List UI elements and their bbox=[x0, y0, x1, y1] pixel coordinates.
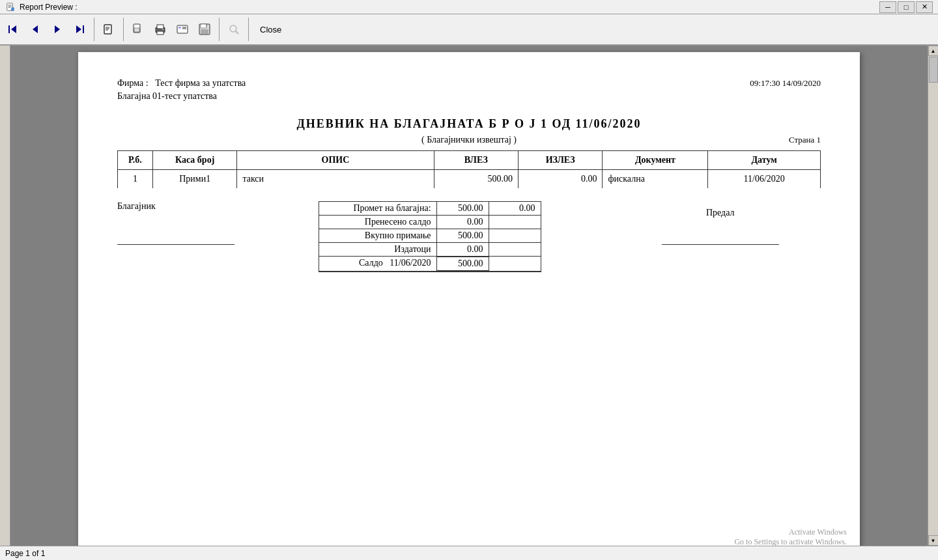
saldo-vlez: 500.00 bbox=[436, 257, 489, 271]
svg-rect-28 bbox=[206, 25, 207, 27]
preneseno-label: Пренесено салдо bbox=[319, 216, 436, 229]
close-report-button[interactable]: Close bbox=[253, 20, 289, 39]
report-header: Фирма : Тест фирма за упатства Благајна … bbox=[117, 78, 821, 104]
cell-rb: 1 bbox=[118, 170, 153, 189]
last-page-button[interactable] bbox=[69, 18, 90, 41]
toolbar: Close bbox=[0, 14, 938, 46]
preneseno-row: Пренесено салдо 0.00 bbox=[319, 215, 541, 229]
summary-table: Промет на благајна: 500.00 0.00 Пренесен… bbox=[319, 201, 541, 272]
svg-rect-1 bbox=[8, 5, 12, 5]
separator-2 bbox=[123, 18, 124, 41]
page-status: Page 1 of 1 bbox=[5, 549, 45, 558]
separator-1 bbox=[94, 18, 94, 41]
table-header-row: Р.б. Каса број ОПИС ВЛЕЗ ИЗЛЕЗ Документ … bbox=[118, 151, 821, 170]
title-bar: Report Preview : ─ □ ✕ bbox=[0, 0, 938, 14]
svg-point-20 bbox=[162, 29, 163, 30]
search-button[interactable] bbox=[98, 18, 119, 41]
izdatoci-label: Издатоци bbox=[319, 243, 436, 256]
scroll-up-button[interactable]: ▲ bbox=[928, 46, 939, 56]
vkupno-empty bbox=[489, 229, 541, 242]
preneseno-vlez: 0.00 bbox=[436, 216, 489, 229]
zoom-button[interactable] bbox=[223, 18, 244, 41]
summary-center: Промет на благајна: 500.00 0.00 Пренесен… bbox=[319, 201, 620, 272]
activate-line2: Go to Settings to activate Windows. bbox=[734, 537, 847, 546]
svg-rect-9 bbox=[83, 25, 84, 33]
report-container: Фирма : Тест фирма за упатства Благајна … bbox=[10, 46, 928, 546]
promet-izlez: 0.00 bbox=[489, 202, 541, 215]
left-scroll bbox=[0, 46, 10, 546]
scroll-thumb[interactable] bbox=[929, 57, 938, 83]
col-header-vlez: ВЛЕЗ bbox=[434, 151, 518, 170]
col-header-dok: Документ bbox=[603, 151, 708, 170]
cell-kasa: Прими1 bbox=[152, 170, 236, 189]
blagajna-line: Благајна 01-тест упатства bbox=[117, 91, 246, 102]
cell-datum: 11/06/2020 bbox=[708, 170, 821, 189]
col-header-rb: Р.б. bbox=[118, 151, 153, 170]
svg-marker-6 bbox=[11, 25, 16, 33]
vkupno-row: Вкупно примање 500.00 bbox=[319, 229, 541, 242]
col-header-opis: ОПИС bbox=[237, 151, 434, 170]
izdatoci-empty bbox=[489, 243, 541, 256]
separator-3 bbox=[219, 18, 220, 41]
next-page-button[interactable] bbox=[47, 18, 68, 41]
col-header-datum: Датум bbox=[708, 151, 821, 170]
svg-marker-7 bbox=[33, 25, 38, 33]
print-button[interactable] bbox=[150, 18, 171, 41]
svg-rect-5 bbox=[8, 25, 10, 33]
print-setup-button[interactable] bbox=[128, 18, 149, 41]
firma-line: Фирма : Тест фирма за упатства bbox=[117, 78, 246, 89]
izdatoci-row: Издатоци 0.00 bbox=[319, 242, 541, 256]
blagajnik-label: Благајник bbox=[117, 201, 319, 212]
report-page: Фирма : Тест фирма за упатства Благајна … bbox=[78, 52, 860, 546]
summary-left: Благајник bbox=[117, 201, 319, 272]
scroll-down-button[interactable]: ▼ bbox=[928, 535, 939, 546]
status-bar: Page 1 of 1 bbox=[0, 546, 938, 560]
window-controls: ─ □ ✕ bbox=[879, 1, 933, 13]
promet-label: Промет на благајна: bbox=[319, 202, 436, 215]
firma-name: Тест фирма за упатства bbox=[155, 78, 246, 88]
svg-rect-16 bbox=[134, 28, 139, 32]
summary-section: Благајник Промет на благајна: 500.00 0.0… bbox=[117, 201, 821, 272]
separator-4 bbox=[248, 18, 249, 41]
cell-dok: фискална bbox=[603, 170, 708, 189]
maximize-button[interactable]: □ bbox=[898, 1, 915, 13]
svg-rect-2 bbox=[8, 6, 12, 7]
first-page-button[interactable] bbox=[3, 18, 23, 41]
vkupno-vlez: 500.00 bbox=[436, 229, 489, 242]
svg-rect-21 bbox=[177, 25, 188, 33]
cell-vlez: 500.00 bbox=[434, 170, 518, 189]
svg-rect-19 bbox=[157, 31, 163, 35]
cell-opis: такси bbox=[237, 170, 434, 189]
activate-line1: Activate Windows bbox=[734, 527, 847, 537]
svg-line-30 bbox=[236, 31, 238, 34]
table-row: 1 Прими1 такси 500.00 0.00 фискална 11/0… bbox=[118, 170, 821, 189]
svg-marker-10 bbox=[76, 25, 81, 33]
col-header-kasa: Каса број bbox=[152, 151, 236, 170]
svg-rect-4 bbox=[12, 7, 14, 10]
saldo-empty bbox=[489, 257, 541, 271]
report-datetime: 09:17:30 14/09/2020 bbox=[750, 78, 821, 91]
export-button[interactable] bbox=[172, 18, 193, 41]
svg-marker-8 bbox=[55, 25, 60, 33]
vkupno-label: Вкупно примање bbox=[319, 229, 436, 242]
report-table: Р.б. Каса број ОПИС ВЛЕЗ ИЗЛЕЗ Документ … bbox=[117, 150, 821, 188]
blagajnik-signature bbox=[117, 244, 234, 245]
svg-point-29 bbox=[230, 25, 236, 32]
right-scrollbar[interactable]: ▲ ▼ bbox=[928, 46, 938, 546]
report-title: ДНЕВНИК НА БЛАГАЈНАТА Б Р О Ј 1 ОД 11/06… bbox=[117, 117, 821, 131]
summary-right: Предал bbox=[619, 201, 821, 272]
save-button[interactable] bbox=[194, 18, 215, 41]
col-header-izlez: ИЗЛЕЗ bbox=[519, 151, 603, 170]
prev-page-button[interactable] bbox=[25, 18, 46, 41]
svg-rect-3 bbox=[8, 7, 11, 8]
windows-activate: Activate Windows Go to Settings to activ… bbox=[734, 527, 847, 546]
firma-label: Фирма : bbox=[117, 78, 149, 88]
window-title: Report Preview : bbox=[20, 3, 879, 12]
main-area: Фирма : Тест фирма за упатства Благајна … bbox=[0, 46, 938, 546]
minimize-button[interactable]: ─ bbox=[879, 1, 896, 13]
close-button[interactable]: ✕ bbox=[916, 1, 933, 13]
predal-label: Предал bbox=[619, 208, 821, 218]
saldo-row: Салдо 11/06/2020 500.00 bbox=[319, 256, 541, 272]
app-icon bbox=[5, 2, 16, 12]
svg-rect-22 bbox=[178, 27, 181, 29]
